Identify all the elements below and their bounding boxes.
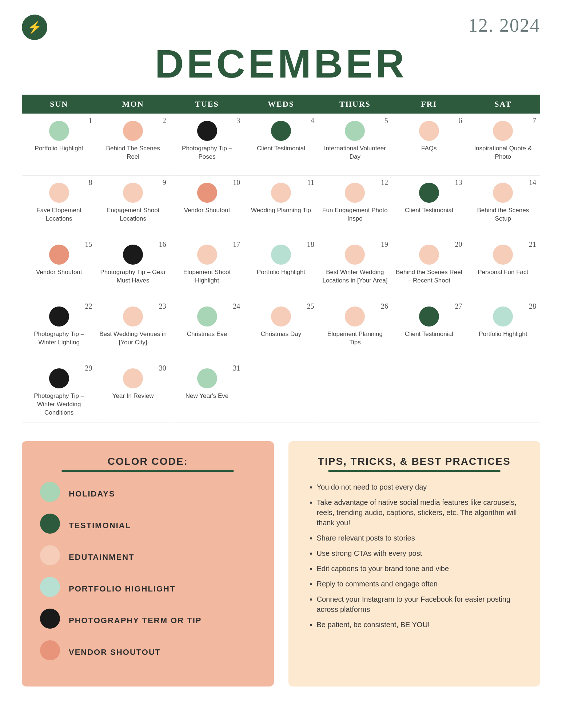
day-number: 30 (159, 364, 166, 372)
cell-dot (197, 183, 217, 203)
cell-content: Elopement Shoot Highlight (173, 240, 241, 296)
calendar-cell: 27Client Testimonial (392, 299, 466, 361)
calendar-cell: 19Best Winter Wedding Locations in [Your… (318, 237, 392, 299)
color-dot (40, 609, 60, 629)
tips-box: TIPS, TRICKS, & BEST PRACTICES You do no… (288, 441, 541, 687)
tip-item: Connect your Instagram to your Facebook … (317, 594, 522, 614)
cell-content: Fun Engagement Photo Inspo (321, 178, 389, 234)
cell-dot (123, 183, 143, 203)
cell-label: Fave Elopement Locations (25, 206, 93, 223)
cell-dot (49, 368, 69, 388)
day-number: 8 (88, 178, 92, 187)
calendar-cell: 13Client Testimonial (392, 175, 466, 237)
color-row: EDUTAINMENT (40, 545, 256, 569)
day-number: 28 (529, 302, 536, 310)
cell-label: Client Testimonial (405, 206, 453, 215)
day-header-mon: MON (96, 95, 170, 114)
cell-label: Photography Tip – Gear Must Haves (99, 268, 167, 285)
calendar-cell (318, 361, 392, 423)
cell-dot (271, 121, 291, 141)
cell-label: Year In Review (112, 392, 154, 400)
calendar-cell: 7Inspirational Quote & Photo (466, 114, 540, 175)
day-number: 31 (233, 364, 240, 372)
color-dot (40, 482, 60, 502)
day-number: 12 (381, 178, 388, 187)
calendar-cell: 31New Year's Eve (170, 361, 244, 423)
month-title: DECEMBER (22, 44, 540, 84)
calendar-cell: 9Engagement Shoot Locations (96, 175, 170, 237)
cell-content: Engagement Shoot Locations (99, 178, 167, 234)
cell-label: Christmas Eve (187, 330, 227, 339)
day-number: 9 (163, 178, 166, 187)
day-number: 20 (455, 240, 462, 249)
cell-label: Portfolio Highlight (35, 145, 83, 153)
cell-content: International Volunteer Day (321, 116, 389, 172)
calendar-cell (244, 361, 318, 423)
cell-content: Photography Tip – Gear Must Haves (99, 240, 167, 296)
calendar-cell: 5International Volunteer Day (318, 114, 392, 175)
tip-item: You do not need to post every day (317, 482, 522, 492)
cell-dot (419, 183, 439, 203)
cell-dot (49, 245, 69, 265)
color-dot-label: TESTIMONIAL (69, 521, 131, 530)
day-number: 19 (381, 240, 388, 249)
cell-label: Client Testimonial (405, 330, 453, 339)
cell-content: Photography Tip – Poses (173, 116, 241, 172)
color-dot (40, 577, 60, 597)
color-dot-label: EDUTAINMENT (69, 553, 134, 562)
cell-label: Christmas Day (261, 330, 301, 339)
cell-dot (197, 368, 217, 388)
cell-dot (493, 306, 513, 327)
cell-content: Photography Tip – Winter Lighting (25, 302, 93, 358)
cell-content: Behind the Scenes Reel – Recent Shoot (395, 240, 463, 296)
cell-dot (493, 121, 513, 141)
day-number: 5 (384, 116, 388, 125)
cell-content: Wedding Planning Tip (247, 178, 315, 234)
calendar-cell: 11Wedding Planning Tip (244, 175, 318, 237)
cell-label: Personal Fun Fact (478, 268, 528, 277)
cell-label: Best Wedding Venues in [Your City] (99, 330, 167, 347)
calendar-cell: 17Elopement Shoot Highlight (170, 237, 244, 299)
cell-content: Vendor Shoutout (25, 240, 93, 296)
cell-label: Portfolio Highlight (479, 330, 527, 339)
day-header-weds: WEDS (244, 95, 318, 114)
color-row: HOLIDAYS (40, 482, 256, 506)
calendar-cell: 3Photography Tip – Poses (170, 114, 244, 175)
calendar-cell (392, 361, 466, 423)
cell-content: Vendor Shoutout (173, 178, 241, 234)
cell-dot (123, 368, 143, 388)
calendar-cell: 6FAQs (392, 114, 466, 175)
cell-label: Photography Tip – Winter Wedding Conditi… (25, 392, 93, 417)
calendar-cell (466, 361, 540, 423)
calendar-cell: 25Christmas Day (244, 299, 318, 361)
bottom-section: COLOR CODE: HOLIDAYSTESTIMONIALEDUTAINME… (22, 441, 540, 687)
day-number: 24 (233, 302, 240, 310)
cell-label: Photography Tip – Poses (173, 145, 241, 161)
cell-dot (197, 121, 217, 141)
tip-item: Edit captions to your brand tone and vib… (317, 563, 522, 574)
day-number: 23 (159, 302, 166, 310)
day-number: 15 (85, 240, 92, 249)
calendar-cell: 30Year In Review (96, 361, 170, 423)
cell-label: Behind the Scenes Reel – Recent Shoot (395, 268, 463, 285)
cell-content: Best Wedding Venues in [Your City] (99, 302, 167, 358)
cell-dot (197, 245, 217, 265)
cell-dot (419, 245, 439, 265)
cell-label: Portfolio Highlight (257, 268, 305, 277)
cell-label: Vendor Shoutout (184, 206, 230, 215)
day-number: 4 (311, 116, 314, 125)
tips-title: TIPS, TRICKS, & BEST PRACTICES (307, 456, 522, 467)
cell-content: Personal Fun Fact (469, 240, 537, 296)
cell-dot (419, 121, 439, 141)
calendar-cell: 24Christmas Eve (170, 299, 244, 361)
calendar-cell: 18Portfolio Highlight (244, 237, 318, 299)
day-number: 29 (85, 364, 92, 372)
color-dot (40, 514, 60, 534)
color-code-underline (61, 470, 234, 472)
calendar-table: SUNMONTUESWEDSTHURSFRISAT 1Portfolio Hig… (22, 95, 540, 423)
calendar-cell: 1Portfolio Highlight (22, 114, 96, 175)
month-year-label: 12. 2024 (468, 15, 540, 36)
cell-dot (345, 245, 365, 265)
tip-item: Share relevant posts to stories (317, 533, 522, 543)
calendar-cell: 8Fave Elopement Locations (22, 175, 96, 237)
